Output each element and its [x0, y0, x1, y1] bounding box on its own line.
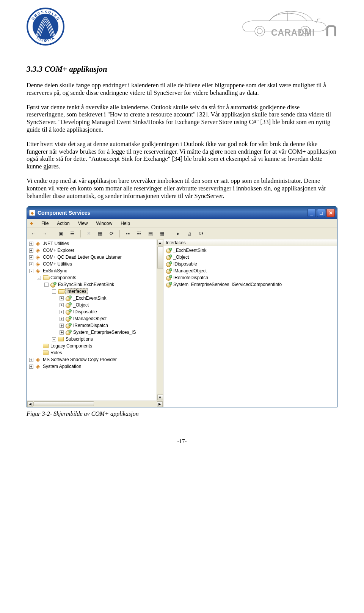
stop-button[interactable]: ▸ — [174, 229, 182, 238]
list-item[interactable]: IRemoteDispatch — [163, 274, 337, 281]
page-number: -17- — [27, 438, 337, 445]
folder-open-icon — [42, 275, 49, 280]
up-button[interactable]: ▣ — [57, 229, 65, 238]
list-item[interactable]: _Object — [163, 254, 337, 261]
maximize-button[interactable]: □ — [317, 209, 325, 217]
tree-item-label: ExSyncSink.ExchEventSink — [58, 282, 115, 287]
tree-item-label: Components — [50, 275, 77, 280]
expand-icon[interactable]: + — [29, 248, 33, 253]
expand-icon[interactable]: + — [52, 337, 56, 341]
tree-item-label: COM+ Explorer — [42, 248, 75, 253]
scroll-up-icon[interactable]: ▲ — [157, 240, 163, 245]
com-app-icon: ◈ — [35, 255, 41, 260]
tile-view-button[interactable]: ▦ — [158, 229, 166, 238]
expand-icon[interactable]: + — [29, 365, 33, 369]
tree-view[interactable]: +◈.NET Utilities+◈COM+ Explorer+◈COM+ QC… — [27, 239, 157, 401]
expand-icon[interactable]: + — [60, 296, 64, 300]
svg-point-5 — [257, 28, 262, 34]
scroll-left-icon[interactable]: ◀ — [27, 401, 33, 407]
list-item[interactable]: System_EnterpriseServices_IServicedCompo… — [163, 281, 337, 288]
scroll-thumb[interactable] — [33, 401, 94, 406]
expand-icon[interactable]: + — [29, 255, 33, 259]
tree-item[interactable]: -◈ExSinkSync — [27, 267, 157, 274]
tree-item[interactable]: +◈COM+ QC Dead Letter Queue Listener — [27, 254, 157, 261]
tree-item-label: .NET Utilities — [42, 241, 69, 246]
minimize-button[interactable]: _ — [308, 209, 316, 217]
tree-item[interactable]: Legacy Components — [27, 343, 157, 349]
back-button[interactable]: ← — [29, 229, 38, 238]
interface-icon — [65, 302, 71, 308]
tree-scrollbar-vertical[interactable]: ▲ ▼ — [157, 239, 163, 401]
tree-item-label: _ExchEventSink — [73, 295, 107, 301]
scroll-thumb[interactable] — [157, 246, 163, 269]
collapse-icon[interactable]: - — [52, 289, 56, 294]
tree-item[interactable]: -Components — [27, 274, 157, 281]
scroll-down-icon[interactable]: ▼ — [157, 395, 163, 400]
refresh-button[interactable]: ⟳ — [107, 229, 116, 238]
tree-item-label: System_EnterpriseServices_IS — [73, 330, 136, 335]
tree-item[interactable]: +◈MS Software Shadow Copy Provider — [27, 356, 157, 363]
list-item[interactable]: _ExchEventSink — [163, 247, 337, 254]
collapse-icon[interactable]: - — [44, 283, 49, 287]
section-heading: 3.3.3 COM+ applikasjon — [27, 64, 337, 74]
list-pane: Interfaces _ExchEventSink_ObjectIDisposa… — [163, 239, 337, 407]
expand-icon[interactable]: + — [29, 262, 33, 266]
tree-item[interactable]: +◈System Application — [27, 363, 157, 370]
list-view[interactable]: _ExchEventSink_ObjectIDisposableIManaged… — [163, 246, 337, 407]
tree-item[interactable]: +IRemoteDispatch — [27, 322, 157, 329]
menu-action[interactable]: Action — [53, 220, 73, 227]
tree-item[interactable]: Roles — [27, 349, 157, 356]
tree-item[interactable]: +_Object — [27, 302, 157, 308]
com-app-icon: ◈ — [35, 261, 41, 267]
tree-item[interactable]: +System_EnterpriseServices_IS — [27, 329, 157, 336]
menu-file[interactable]: File — [38, 220, 52, 227]
tree-item[interactable]: +_ExchEventSink — [27, 295, 157, 302]
tree-item[interactable]: -ExSyncSink.ExchEventSink — [27, 281, 157, 288]
svg-point-1 — [33, 14, 58, 39]
list-view-button[interactable]: ☷ — [135, 229, 143, 238]
tree-item-label: Roles — [50, 350, 63, 355]
menu-window[interactable]: Window — [93, 220, 116, 227]
views-button[interactable]: ☰ — [68, 229, 77, 238]
delete-button[interactable]: ✕ — [85, 229, 93, 238]
expand-icon[interactable]: + — [60, 330, 64, 335]
tree-item[interactable]: +◈COM+ Explorer — [27, 247, 157, 254]
expand-icon[interactable]: + — [60, 324, 64, 328]
tree-item[interactable]: -Interfaces — [27, 288, 157, 295]
expand-icon[interactable]: + — [60, 317, 64, 321]
paragraph: Denne delen skulle fange opp endringer i… — [27, 82, 337, 97]
interface-icon — [166, 255, 172, 260]
interface-icon — [50, 282, 56, 287]
expand-icon[interactable]: + — [29, 358, 33, 362]
expand-icon[interactable]: + — [60, 303, 64, 307]
close-button[interactable]: ✕ — [326, 209, 335, 217]
scroll-right-icon[interactable]: ▶ — [157, 401, 163, 407]
export-button[interactable]: 🖨 — [185, 229, 194, 238]
detail-view-button[interactable]: ▤ — [146, 229, 155, 238]
collapse-icon[interactable]: - — [37, 276, 41, 280]
menu-help[interactable]: Help — [117, 220, 134, 227]
list-header[interactable]: Interfaces — [163, 239, 337, 246]
tree-item[interactable]: +Subscriptions — [27, 336, 157, 343]
window-titlebar[interactable]: ◆ Component Services _ □ ✕ — [27, 207, 337, 219]
properties-button[interactable]: ▦ — [96, 229, 104, 238]
tree-item[interactable]: +IManagedObject — [27, 315, 157, 322]
list-item-label: _Object — [173, 255, 189, 260]
svg-text:CARADMI: CARADMI — [271, 28, 315, 38]
collapse-icon[interactable]: - — [29, 269, 33, 273]
system-menu-icon[interactable]: ◆ — [28, 220, 35, 226]
tree-item[interactable]: +◈COM+ Utilities — [27, 261, 157, 267]
tree-scrollbar-horizontal[interactable]: ◀ ▶ — [27, 401, 163, 407]
list-item[interactable]: IDisposable — [163, 261, 337, 267]
tree-item[interactable]: +◈.NET Utilities — [27, 240, 157, 247]
menu-view[interactable]: View — [74, 220, 92, 227]
expand-icon[interactable]: + — [60, 310, 64, 314]
forward-button[interactable]: → — [41, 229, 49, 238]
help-button[interactable]: 🖳 — [197, 229, 205, 238]
tree-item[interactable]: +IDisposable — [27, 308, 157, 315]
expand-icon[interactable]: + — [29, 242, 33, 246]
list-item[interactable]: IManagedObject — [163, 267, 337, 274]
folder-icon — [58, 336, 64, 342]
icon-view-button[interactable]: ⚏ — [124, 229, 132, 238]
interface-icon — [65, 309, 71, 314]
